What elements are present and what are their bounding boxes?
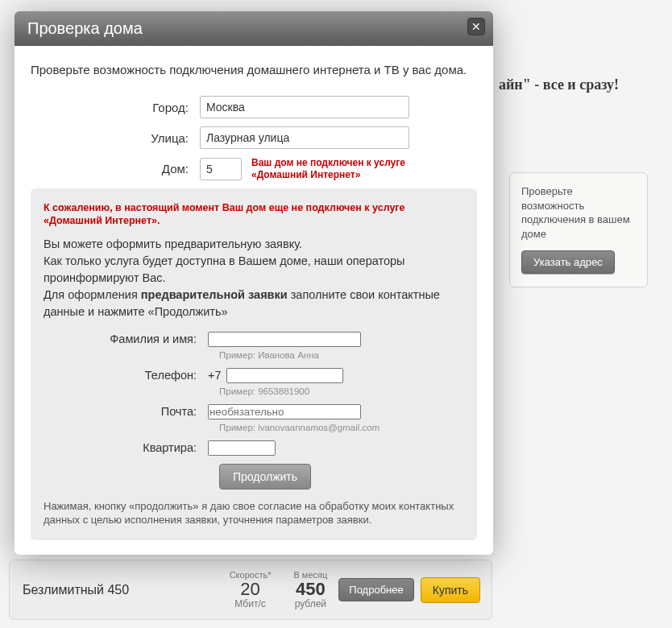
price-value: 450 bbox=[293, 580, 327, 598]
phone-label: Телефон: bbox=[44, 369, 208, 382]
panel-desc-line1: Вы можете оформить предварительную заявк… bbox=[44, 238, 302, 250]
street-label: Улица: bbox=[31, 131, 200, 145]
street-input[interactable] bbox=[200, 126, 409, 149]
tariff-row: Безлимитный 450 Скорость* 20 Мбит/с В ме… bbox=[9, 560, 492, 620]
modal-header: Проверка дома ✕ bbox=[15, 11, 493, 46]
panel-desc-line3b: предварительной заявки bbox=[141, 288, 288, 301]
specify-address-button[interactable]: Указать адрес bbox=[521, 250, 615, 274]
phone-input[interactable] bbox=[226, 368, 343, 383]
panel-description: Вы можете оформить предварительную заявк… bbox=[44, 236, 464, 320]
email-hint: Пример: ivanovaannamos@gmail.com bbox=[219, 423, 464, 432]
modal-body: Проверьте возможность подключения домашн… bbox=[15, 46, 493, 555]
modal-title: Проверка дома bbox=[27, 19, 480, 38]
continue-button[interactable]: Продолжить bbox=[219, 464, 311, 490]
tariff-price: В месяц 450 рублей bbox=[282, 570, 338, 609]
phone-prefix: +7 bbox=[208, 369, 226, 382]
check-address-card: Проверьте возможность подключения в ваше… bbox=[509, 172, 648, 287]
email-input[interactable] bbox=[208, 404, 361, 419]
city-label: Город: bbox=[31, 101, 200, 114]
panel-error: К сожалению, в настоящий момент Ваш дом … bbox=[44, 201, 464, 228]
close-icon[interactable]: ✕ bbox=[467, 18, 485, 35]
background-headline: айн" - все и сразу! bbox=[499, 76, 619, 93]
phone-hint: Пример: 9653881900 bbox=[219, 386, 464, 396]
house-input[interactable] bbox=[200, 158, 242, 180]
tariff-speed: Скорость* 20 Мбит/с bbox=[218, 570, 283, 609]
email-label: Почта: bbox=[44, 405, 208, 418]
panel-desc-line3a: Для оформления bbox=[44, 288, 141, 301]
name-input[interactable] bbox=[208, 332, 361, 347]
speed-unit: Мбит/с bbox=[230, 598, 272, 609]
panel-desc-line2: Как только услуга будет доступна в Вашем… bbox=[44, 254, 405, 284]
flat-label: Квартира: bbox=[44, 441, 208, 454]
check-house-modal: Проверка дома ✕ Проверьте возможность по… bbox=[15, 11, 493, 555]
tariff-name: Безлимитный 450 bbox=[10, 583, 218, 597]
check-address-text: Проверьте возможность подключения в ваше… bbox=[521, 184, 636, 241]
house-error-message: Ваш дом не подключен к услуге «Домашний … bbox=[251, 157, 413, 180]
more-button[interactable]: Подробнее bbox=[338, 578, 413, 601]
flat-input[interactable] bbox=[208, 440, 276, 456]
name-hint: Пример: Иванова Анна bbox=[219, 350, 464, 360]
speed-value: 20 bbox=[230, 580, 272, 598]
name-label: Фамилия и имя: bbox=[44, 333, 208, 345]
consent-text: Нажимая, кнопку «продолжить» я даю свое … bbox=[44, 499, 464, 527]
house-label: Дом: bbox=[31, 162, 200, 176]
modal-intro: Проверьте возможность подключения домашн… bbox=[31, 62, 477, 78]
preorder-panel: К сожалению, в настоящий момент Ваш дом … bbox=[31, 188, 477, 540]
city-input[interactable] bbox=[200, 96, 409, 118]
buy-button[interactable]: Купить bbox=[421, 577, 480, 603]
price-unit: рублей bbox=[293, 598, 327, 609]
